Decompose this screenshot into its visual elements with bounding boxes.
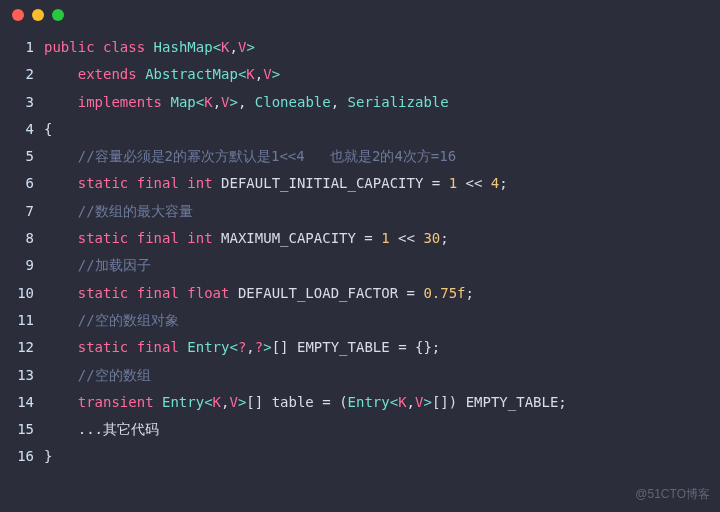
code-line: static final int MAXIMUM_CAPACITY = 1 <<… (44, 225, 567, 252)
code-line: public class HashMap<K,V> (44, 34, 567, 61)
editor-window: 12345678910111213141516 public class Has… (0, 0, 720, 512)
line-number: 7 (0, 198, 34, 225)
code-line: //容量必须是2的幂次方默认是1<<4 也就是2的4次方=16 (44, 143, 567, 170)
code-line: } (44, 443, 567, 470)
line-number: 15 (0, 416, 34, 443)
code-line: implements Map<K,V>, Cloneable, Serializ… (44, 89, 567, 116)
code-line: //空的数组 (44, 362, 567, 389)
line-number: 8 (0, 225, 34, 252)
code-line: //加载因子 (44, 252, 567, 279)
code-line: transient Entry<K,V>[] table = (Entry<K,… (44, 389, 567, 416)
line-number: 9 (0, 252, 34, 279)
close-icon[interactable] (12, 9, 24, 21)
line-number: 3 (0, 89, 34, 116)
code-area: 12345678910111213141516 public class Has… (0, 30, 720, 471)
watermark: @51CTO博客 (635, 483, 710, 506)
line-number: 6 (0, 170, 34, 197)
line-number: 2 (0, 61, 34, 88)
code-line: //空的数组对象 (44, 307, 567, 334)
line-number: 16 (0, 443, 34, 470)
line-number: 14 (0, 389, 34, 416)
code-line: static final Entry<?,?>[] EMPTY_TABLE = … (44, 334, 567, 361)
line-number: 4 (0, 116, 34, 143)
line-number: 10 (0, 280, 34, 307)
line-number: 13 (0, 362, 34, 389)
source-text: public class HashMap<K,V> extends Abstra… (44, 34, 567, 471)
zoom-icon[interactable] (52, 9, 64, 21)
titlebar (0, 0, 720, 30)
line-number: 12 (0, 334, 34, 361)
minimize-icon[interactable] (32, 9, 44, 21)
line-gutter: 12345678910111213141516 (0, 34, 44, 471)
code-line: extends AbstractMap<K,V> (44, 61, 567, 88)
code-line: //数组的最大容量 (44, 198, 567, 225)
line-number: 11 (0, 307, 34, 334)
code-line: static final float DEFAULT_LOAD_FACTOR =… (44, 280, 567, 307)
code-line: static final int DEFAULT_INITIAL_CAPACIT… (44, 170, 567, 197)
line-number: 1 (0, 34, 34, 61)
code-line: { (44, 116, 567, 143)
line-number: 5 (0, 143, 34, 170)
code-line: ...其它代码 (44, 416, 567, 443)
